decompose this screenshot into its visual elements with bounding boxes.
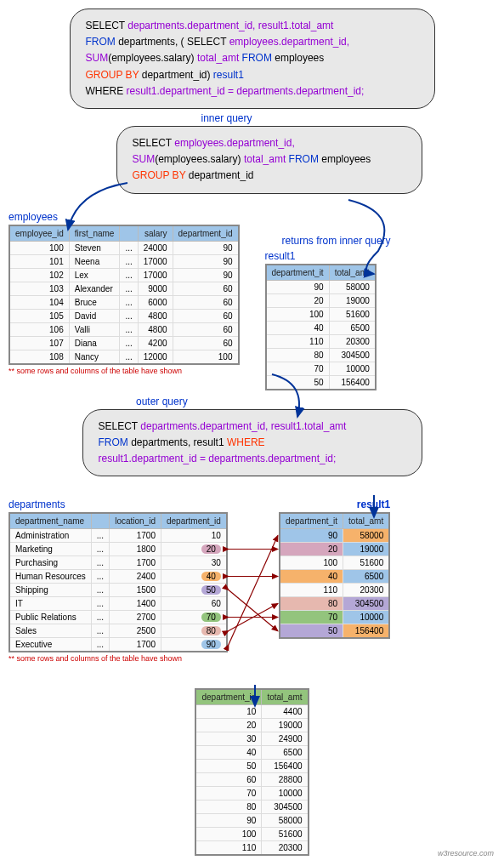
table-row: Administration...170010 <box>9 529 227 543</box>
footer-credit: w3resource.com <box>438 849 494 857</box>
t: department_id <box>189 169 254 181</box>
departments-table: department_namelocation_iddepartment_idA… <box>8 512 228 652</box>
table-row: 7010000 <box>266 362 376 375</box>
table-row: Sales...250080 <box>9 624 227 638</box>
table-row: 106Valli...480060 <box>9 322 239 336</box>
table-row: 9058000 <box>280 529 389 543</box>
table-row: 104Bruce...600060 <box>9 295 239 309</box>
table-row: 2019000 <box>195 719 308 732</box>
t: WHERE <box>86 85 127 97</box>
employees-table: employee_idfirst_namesalarydepartment_id… <box>8 225 240 365</box>
label-departments: departments <box>8 499 228 510</box>
result1-table-b: department_ittotal_amt905800020190001005… <box>279 512 390 639</box>
t: (employees.salary) <box>155 153 244 165</box>
t: FROM <box>86 36 119 48</box>
t: FROM <box>242 52 275 64</box>
table-row: 101Neena...1700090 <box>9 254 239 268</box>
t: result1 <box>213 69 244 81</box>
table-row: 104400 <box>195 705 308 719</box>
t: employees.department_id, <box>229 36 349 48</box>
table-row: 107Diana...420060 <box>9 336 239 350</box>
t: WHERE <box>227 436 265 448</box>
t: employees.department_id, <box>174 137 294 149</box>
table-row: Shipping...150050 <box>9 584 227 597</box>
t: SUM <box>86 52 109 64</box>
table-row: 9058000 <box>266 280 376 293</box>
table-row: 9058000 <box>195 814 308 828</box>
table-row: 10051600 <box>195 828 308 841</box>
table-row: 50156400 <box>266 375 376 390</box>
sql-main-box: SELECT departments.department_id, result… <box>70 9 435 109</box>
table-row: IT...140060 <box>9 597 227 611</box>
t: departments, result1 <box>131 436 227 448</box>
label-result1: result1 <box>265 250 391 262</box>
table-row: 11020300 <box>195 841 308 856</box>
table-row: 50156400 <box>195 760 308 773</box>
label-outer-query: outer query <box>136 396 496 407</box>
sql-inner-box: SELECT employees.department_id, SUM(empl… <box>116 126 422 194</box>
table-row: 7010000 <box>280 611 389 624</box>
note-truncated2: ** some rows and columns of the table ha… <box>8 654 228 663</box>
t: SELECT <box>99 420 141 432</box>
table-row: Purchasing...170030 <box>9 556 227 570</box>
t: SUM <box>133 153 156 165</box>
t: SELECT <box>187 36 229 48</box>
t: result1.department_id = departments.depa… <box>99 453 337 464</box>
table-row: 6028800 <box>195 773 308 787</box>
result1-table-a: department_ittotal_amt905800020190001005… <box>265 264 377 390</box>
t: departments.department_id, result1.total… <box>140 420 346 432</box>
label-inner-query: inner query <box>0 112 496 124</box>
t: result1.department_id = departments.depa… <box>127 85 365 97</box>
table-row: 7010000 <box>195 787 308 800</box>
t: (employees.salary) <box>108 52 197 64</box>
table-row: 3024900 <box>195 732 308 746</box>
table-row: Human Resources...240040 <box>9 570 227 584</box>
table-row: 406500 <box>266 321 376 334</box>
table-row: 80304500 <box>266 348 376 362</box>
t: departments, ( <box>118 36 187 48</box>
note-truncated: ** some rows and columns of the table ha… <box>8 367 240 375</box>
svg-line-4 <box>229 604 278 631</box>
table-row: 10051600 <box>280 556 389 570</box>
table-row: 11020300 <box>280 584 389 597</box>
sql-outer-box: SELECT departments.department_id, result… <box>82 409 422 477</box>
table-row: 100Steven...2400090 <box>9 241 239 254</box>
t: SELECT <box>133 137 175 149</box>
label-employees: employees <box>8 211 240 223</box>
table-row: 102Lex...1700090 <box>9 268 239 282</box>
table-row: 406500 <box>280 570 389 584</box>
t: GROUP BY <box>133 169 189 181</box>
table-row: Executive...170090 <box>9 638 227 652</box>
table-row: Public Relations...270070 <box>9 611 227 624</box>
table-row: 406500 <box>195 746 308 760</box>
table-row: Marketing...180020 <box>9 543 227 556</box>
final-result-table: department_idtotal_amt104400201900030249… <box>195 688 309 856</box>
t: FROM <box>289 153 322 165</box>
table-row: 50156400 <box>280 624 389 639</box>
t: department_id <box>142 69 207 81</box>
table-row: 80304500 <box>195 800 308 814</box>
t: total_amt <box>197 52 242 64</box>
svg-line-2 <box>229 590 278 631</box>
table-row: 11020300 <box>266 334 376 348</box>
label-result1b: result1 <box>279 499 390 510</box>
table-row: 105David...480060 <box>9 309 239 322</box>
t: SELECT <box>86 20 128 31</box>
t: total_amt <box>244 153 289 165</box>
t: departments.department_id, result1.total… <box>127 20 333 31</box>
t: employees <box>321 153 371 165</box>
t: GROUP BY <box>86 69 142 81</box>
t: employees <box>275 52 324 64</box>
table-row: 10051600 <box>266 307 376 321</box>
table-row: 103Alexander...900060 <box>9 282 239 295</box>
table-row: 2019000 <box>266 293 376 307</box>
table-row: 2019000 <box>280 543 389 556</box>
t: FROM <box>99 436 132 448</box>
svg-line-5 <box>229 536 278 645</box>
t: ) <box>207 69 212 81</box>
table-row: 80304500 <box>280 597 389 611</box>
label-returns-inner: returns from inner query <box>282 235 391 247</box>
table-row: 108Nancy...12000100 <box>9 350 239 364</box>
